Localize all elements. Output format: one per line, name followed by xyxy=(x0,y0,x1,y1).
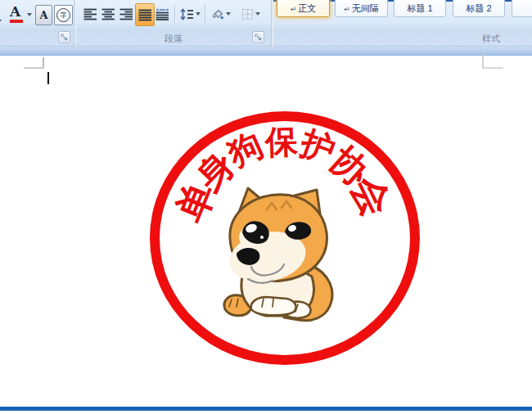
character-border-icon: A xyxy=(39,9,47,21)
font-color-icon: A xyxy=(10,3,20,20)
style-item-label: 正文 xyxy=(298,2,316,15)
style-item-label: 标题 2 xyxy=(466,2,491,15)
styles-group-label: 样式 xyxy=(454,33,528,45)
paragraph-mark-icon: ↵ xyxy=(291,5,297,13)
font-dialog-launcher[interactable] xyxy=(58,31,70,43)
chevron-down-icon xyxy=(226,12,231,16)
stamp-image[interactable]: 单 身 狗 保 护 协 会 xyxy=(150,111,420,365)
align-center-button[interactable] xyxy=(99,3,117,25)
paragraph-group-label: 段落 xyxy=(76,33,271,45)
distribute-text-button[interactable] xyxy=(153,3,171,25)
group-divider xyxy=(271,0,273,47)
margin-crop-mark-left xyxy=(24,67,44,69)
align-left-icon xyxy=(83,8,97,20)
align-center-icon xyxy=(101,8,115,20)
align-left-button[interactable] xyxy=(81,3,99,25)
style-item-normal[interactable]: ↵ 正文 xyxy=(277,0,330,17)
chevron-down-icon xyxy=(255,12,260,16)
dialog-launcher-icon xyxy=(255,34,262,41)
toolbar-separator xyxy=(205,4,205,24)
ribbon: A A 字 xyxy=(0,0,532,47)
margin-crop-mark-right xyxy=(482,67,503,69)
chevron-down-icon xyxy=(27,13,32,16)
style-item-heading3-cut[interactable]: 标 xyxy=(512,0,532,17)
font-color-swatch xyxy=(10,20,23,23)
align-right-button[interactable] xyxy=(117,3,135,25)
borders-button[interactable] xyxy=(237,3,264,25)
enclose-character-button[interactable]: 字 xyxy=(54,5,73,25)
justify-icon xyxy=(138,9,152,21)
style-item-label: 标题 1 xyxy=(407,2,432,15)
dialog-launcher-icon xyxy=(61,34,68,41)
document-page[interactable]: 单 身 狗 保 护 协 会 xyxy=(0,56,532,407)
character-border-button[interactable]: A xyxy=(35,5,52,25)
align-right-icon xyxy=(119,8,133,20)
style-item-heading1[interactable]: 标题 1 xyxy=(394,0,446,17)
paragraph-dialog-launcher[interactable] xyxy=(252,31,264,43)
font-color-button[interactable]: A xyxy=(7,3,34,26)
paragraph-mark-icon: ↵ xyxy=(344,5,350,13)
ribbon-bottom-edge xyxy=(0,47,532,56)
distribute-icon xyxy=(156,8,169,20)
justify-button[interactable] xyxy=(135,3,155,26)
shading-bucket-icon xyxy=(211,8,224,20)
bottom-bar xyxy=(0,407,532,411)
chevron-down-icon xyxy=(0,20,2,23)
style-item-label: 无间隔 xyxy=(352,2,379,15)
highlight-color-dropdown-button[interactable] xyxy=(0,11,3,21)
chevron-down-icon xyxy=(196,12,201,16)
borders-grid-icon xyxy=(241,8,254,20)
toolbar-separator xyxy=(174,4,175,24)
shading-button[interactable] xyxy=(208,3,233,25)
stamp-arc-char: 保 xyxy=(264,124,298,158)
line-spacing-button[interactable] xyxy=(178,3,203,25)
line-spacing-icon xyxy=(180,8,194,20)
style-item-no-spacing[interactable]: ↵ 无间隔 xyxy=(335,0,388,17)
doge-shiba-icon xyxy=(215,187,345,327)
margin-crop-mark-right xyxy=(482,54,484,68)
enclose-character-icon: 字 xyxy=(56,8,70,22)
text-cursor xyxy=(47,72,49,84)
style-item-heading2[interactable]: 标题 2 xyxy=(453,0,505,17)
